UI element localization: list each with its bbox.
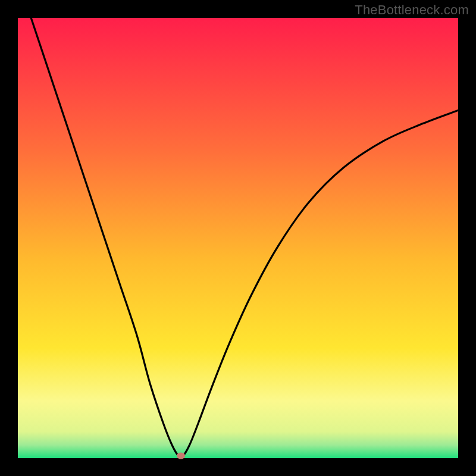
watermark-text: TheBottleneck.com <box>355 2 469 18</box>
plot-area <box>18 18 458 458</box>
chart-frame: TheBottleneck.com <box>0 0 476 476</box>
bottleneck-curve <box>18 18 458 458</box>
optimal-point-marker <box>177 453 185 459</box>
